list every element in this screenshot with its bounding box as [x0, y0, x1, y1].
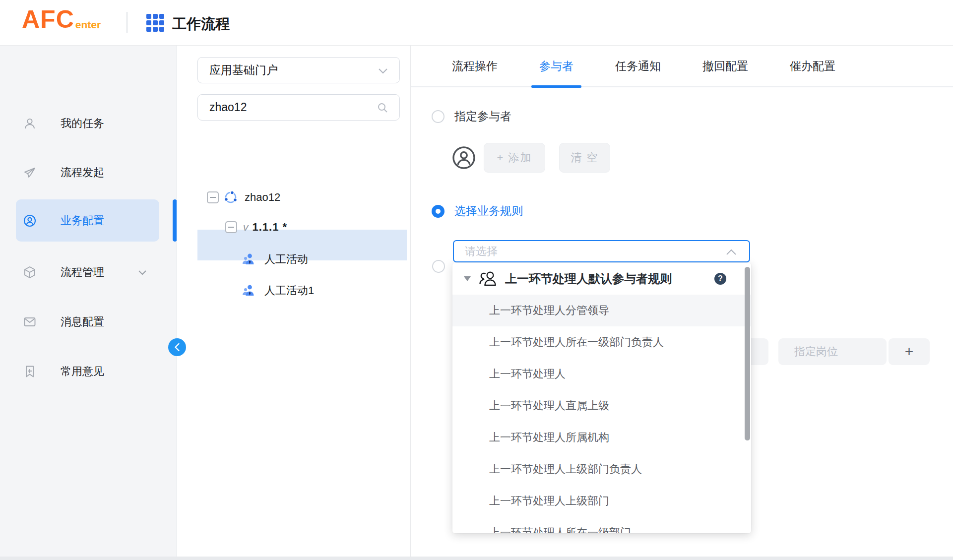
config-tabbar: 流程操作 参与者 任务通知 撤回配置 催办配置 — [411, 46, 953, 87]
brand-logo[interactable]: AFC enter — [22, 7, 101, 32]
sidebar-item-label: 流程发起 — [61, 165, 104, 180]
dropdown-option[interactable]: 上一环节处理人所在一级部门负责人 — [452, 326, 751, 358]
add-post-button[interactable]: + — [889, 338, 930, 365]
tree-node-label: zhao12 — [245, 191, 280, 204]
rule-select[interactable]: 请选择 — [453, 240, 750, 262]
sidebar-item-message-config[interactable]: 消息配置 — [0, 301, 177, 343]
bookmark-plus-icon — [23, 365, 36, 378]
cluster-icon — [223, 189, 239, 205]
radio-icon-checked[interactable] — [432, 205, 445, 218]
tree-search-input[interactable] — [209, 101, 358, 114]
logo-text-main: AFC — [22, 7, 74, 32]
panel-collapse-button[interactable] — [168, 338, 186, 356]
dropdown-option[interactable]: 上一环节处理人所在一级部门 — [452, 517, 751, 533]
tree-node-label: 1.1.1 * — [253, 221, 288, 234]
app-select-value: 应用基础门户 — [209, 62, 278, 78]
avatar-icon — [452, 146, 476, 170]
radio-assign-participant[interactable]: 指定参与者 — [432, 109, 511, 124]
help-icon[interactable]: ? — [714, 273, 726, 285]
page-title: 工作流程 — [172, 14, 230, 34]
dropdown-option[interactable]: 上一环节处理人上级部门 — [452, 485, 751, 517]
user-icon — [23, 117, 36, 130]
rule-dropdown: 上一环节处理人默认参与者规则 ? 上一环节处理人分管领导上一环节处理人所在一级部… — [452, 263, 751, 533]
tree-search — [197, 94, 400, 121]
worker-icon — [241, 252, 256, 267]
workflow-app: AFC enter 工作流程 我的任务 流程发起 — [0, 0, 953, 560]
tree-node-label: 人工活动1 — [264, 283, 314, 298]
sidebar-item-label: 业务配置 — [61, 213, 104, 228]
radio-rule-label: 选择业务规则 — [454, 203, 523, 219]
participant-config-panel: 流程操作 参与者 任务通知 撤回配置 催办配置 指定参与者 + 添加 清 空 选… — [411, 46, 953, 560]
tab-urge-config[interactable]: 催办配置 — [790, 45, 835, 87]
rule-group-header[interactable]: 上一环节处理人默认参与者规则 ? — [452, 263, 751, 295]
tab-task-notify[interactable]: 任务通知 — [615, 45, 661, 87]
chevron-down-icon[interactable] — [137, 267, 148, 278]
sidebar-item-common-opinions[interactable]: 常用意见 — [0, 350, 177, 393]
sidebar-nav: 我的任务 流程发起 业务配置 流程管理 — [0, 46, 177, 560]
sidebar-item-process-manage[interactable]: 流程管理 — [0, 251, 177, 294]
tree-node-root[interactable]: zhao12 — [207, 189, 280, 205]
chevron-down-icon — [378, 66, 388, 76]
app-grid-icon — [146, 14, 164, 32]
radio-hidden-option[interactable] — [432, 260, 445, 273]
dropdown-option[interactable]: 上一环节处理人上级部门负责人 — [452, 453, 751, 485]
dropdown-option[interactable]: 上一环节处理人直属上级 — [452, 390, 751, 422]
tree-node-activity1[interactable]: 人工活动 — [241, 252, 308, 267]
sidebar-item-label: 消息配置 — [61, 314, 104, 329]
tab-withdraw-config[interactable]: 撤回配置 — [702, 45, 748, 87]
sidebar-item-business-config[interactable]: 业务配置 — [0, 199, 177, 242]
horizontal-scrollbar-track[interactable] — [0, 557, 953, 560]
mail-icon — [23, 315, 36, 328]
tree-node-version[interactable]: v 1.1.1 * — [225, 221, 287, 234]
chevron-up-icon — [725, 248, 737, 256]
dropdown-option[interactable]: 上一环节处理人所属机构 — [452, 422, 751, 453]
version-prefix: v — [243, 221, 249, 233]
user-circle-icon — [23, 214, 36, 227]
top-header: AFC enter 工作流程 — [0, 0, 953, 46]
post-select-field[interactable]: 指定岗位 — [778, 338, 887, 365]
cube-icon — [23, 266, 36, 279]
rule-option-list: 上一环节处理人分管领导上一环节处理人所在一级部门负责人上一环节处理人上一环节处理… — [452, 295, 751, 533]
sidebar-item-label: 流程管理 — [61, 265, 104, 280]
worker-icon — [241, 283, 256, 298]
tree-node-activity2-selected[interactable]: 人工活动1 — [241, 283, 314, 298]
rule-group-label: 上一环节处理人默认参与者规则 — [505, 271, 672, 287]
clear-participant-button[interactable]: 清 空 — [559, 143, 610, 173]
collapse-toggle-icon[interactable] — [225, 221, 237, 233]
tab-process-ops[interactable]: 流程操作 — [452, 45, 498, 87]
radio-assign-label: 指定参与者 — [454, 109, 511, 124]
sidebar-item-label: 常用意见 — [61, 364, 104, 379]
dropdown-scrollbar[interactable] — [745, 267, 750, 440]
collapse-toggle-icon[interactable] — [207, 191, 219, 203]
header-divider — [127, 12, 127, 33]
app-select[interactable]: 应用基础门户 — [197, 57, 400, 83]
sidebar-item-label: 我的任务 — [61, 116, 104, 131]
dropdown-option[interactable]: 上一环节处理人分管领导 — [452, 295, 751, 326]
chevron-left-icon — [174, 343, 181, 352]
sidebar-item-my-tasks[interactable]: 我的任务 — [0, 102, 177, 145]
process-tree-panel: 应用基础门户 zhao12 v 1.1.1 * — [177, 46, 411, 560]
radio-business-rule[interactable]: 选择业务规则 — [432, 203, 523, 219]
sidebar-item-process-start[interactable]: 流程发起 — [0, 151, 177, 194]
radio-icon[interactable] — [432, 110, 445, 123]
search-icon[interactable] — [377, 102, 388, 114]
tree-node-label: 人工活动 — [264, 252, 308, 267]
caret-down-icon[interactable] — [463, 276, 471, 282]
dropdown-option[interactable]: 上一环节处理人 — [452, 358, 751, 390]
tab-participants[interactable]: 参与者 — [539, 45, 573, 87]
send-icon — [23, 166, 36, 179]
rule-select-placeholder: 请选择 — [465, 244, 498, 259]
add-participant-button[interactable]: + 添加 — [484, 143, 545, 173]
post-select-placeholder: 指定岗位 — [794, 344, 838, 359]
users-icon — [478, 270, 497, 288]
logo-text-sub: enter — [75, 19, 101, 30]
